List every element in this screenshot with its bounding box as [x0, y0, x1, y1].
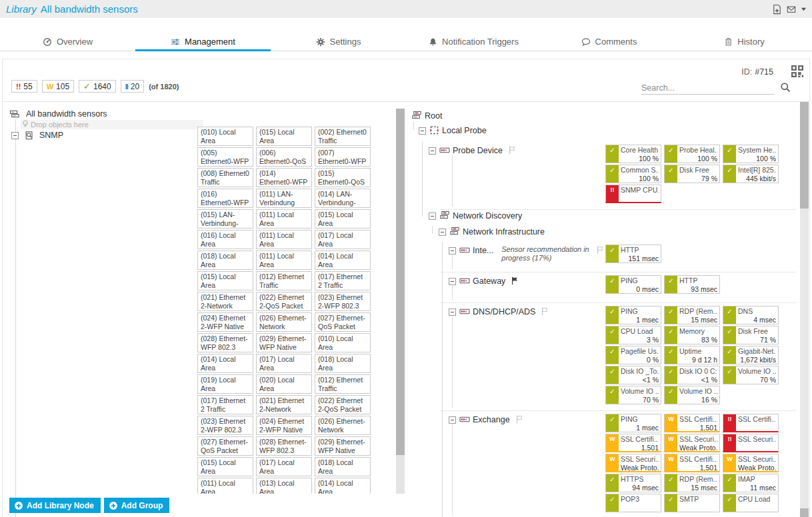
sensor-probe-heal[interactable]: ✓Probe Heal...100 %: [664, 145, 720, 163]
sensor-volume-io[interactable]: ✓Volume IO ...16 %: [664, 386, 720, 404]
library-sensor-cell[interactable]: (022) Ethernet 2-QoS Packet: [315, 395, 371, 414]
library-sensor-cell[interactable]: (017) Local Area: [315, 230, 371, 249]
library-sensor-cell[interactable]: (019) Local Area: [197, 374, 253, 394]
add-group-button[interactable]: Add Group: [104, 498, 170, 513]
sensor-intel-r-825[interactable]: ✓Intel[R] 825...445 kbit/s: [723, 165, 779, 183]
tab-management[interactable]: Management: [135, 33, 271, 51]
library-sensor-cell[interactable]: (011) Local Area: [256, 251, 312, 270]
search-icon[interactable]: [780, 82, 791, 95]
library-sensor-cell[interactable]: (010) Local Area: [315, 333, 371, 352]
library-sensor-cell[interactable]: (012) Ethernet Traffic: [315, 374, 371, 394]
library-sensor-cell[interactable]: (015) Ethernet0-QoS Packet: [315, 168, 371, 187]
priority-flag-icon[interactable]: [515, 414, 525, 424]
add-library-node-button[interactable]: Add Library Node: [9, 498, 101, 513]
badge-ok[interactable]: ✓1640: [79, 80, 116, 93]
qr-code-icon[interactable]: [791, 65, 803, 77]
library-sensor-cell[interactable]: (006) Ethernet0-QoS Packet: [256, 147, 312, 167]
sensor-ssl-securi[interactable]: WSSL Securi...Weak Proto...: [605, 454, 661, 472]
node-label[interactable]: Inte...: [473, 245, 493, 257]
sensor-smtp[interactable]: ✓SMTP: [664, 494, 720, 512]
sensor-dns[interactable]: ✓DNS4 msec: [723, 306, 779, 324]
drop-target[interactable]: Drop objects here: [21, 120, 203, 129]
sensor-pop3[interactable]: ✓POP3: [605, 494, 661, 512]
sensor-pagefile-us[interactable]: ✓Pagefile Us...0 %: [605, 346, 661, 364]
library-sensor-cell[interactable]: (014) Local Area: [315, 478, 371, 494]
sensor-volume-io[interactable]: ✓Volume IO ...70 %: [605, 386, 661, 404]
left-scrollbar-thumb[interactable]: [396, 109, 405, 455]
sensor-cpu-load[interactable]: ✓CPU Load: [723, 494, 779, 512]
library-sensor-cell[interactable]: (005) Ethernet0-WFP Native: [197, 147, 253, 167]
library-sensor-cell[interactable]: (008) Ethernet0 Traffic: [197, 168, 253, 187]
sensor-imap[interactable]: ✓IMAP11 msec: [723, 474, 779, 492]
library-sensor-cell[interactable]: (015) Local Area: [197, 271, 253, 290]
node-label[interactable]: Exchange: [473, 414, 510, 426]
badge-paused[interactable]: II20: [121, 80, 144, 93]
sensor-ssl-certifi[interactable]: WSSL Certifi...1,501: [664, 414, 720, 432]
sensor-ping[interactable]: ✓PING1 msec: [605, 306, 661, 324]
sensor-system-he[interactable]: ✓System He...100 %: [723, 145, 779, 163]
collapse-toggle[interactable]: [449, 416, 456, 424]
sensor-ping[interactable]: ✓PING0 msec: [605, 275, 661, 294]
library-sensor-cell[interactable]: (017) Ethernet 2 Traffic: [197, 395, 253, 414]
sensor-http[interactable]: ✓HTTP93 msec: [664, 275, 720, 294]
sensor-rdp-rem[interactable]: ✓RDP (Rem...15 msec: [664, 474, 720, 492]
sensor-core-health[interactable]: ✓Core Health100 %: [605, 145, 661, 163]
tab-settings[interactable]: Settings: [271, 33, 406, 51]
sensor-snmp-cpu[interactable]: !!SNMP CPU...: [605, 185, 661, 203]
sensor-disk-io-0-c[interactable]: ✓Disk IO 0 C:<1 %: [664, 366, 720, 384]
sensor-ping[interactable]: ✓PING1 msec: [605, 414, 661, 432]
sensor-ssl-securi[interactable]: WSSL Securi...Weak Proto...: [664, 434, 720, 452]
sensor-volume-io[interactable]: ✓Volume IO ...70 %: [723, 366, 779, 384]
sensor-uptime[interactable]: ✓Uptime9 d 12 h: [664, 346, 720, 364]
library-sensor-cell[interactable]: (018) Local Area: [315, 457, 371, 476]
library-sensor-cell[interactable]: (021) Ethernet 2-Network: [256, 395, 312, 414]
library-sensor-cell[interactable]: (024) Ethernet 2-WFP Native: [256, 416, 312, 435]
sensor-gigabit-net[interactable]: ✓Gigabit-Net...1,672 kbit/s: [723, 346, 779, 364]
library-sensor-cell[interactable]: (018) Local Area: [197, 251, 253, 270]
collapse-toggle[interactable]: [449, 308, 456, 316]
node-label[interactable]: Gateway: [473, 276, 505, 287]
library-sensor-cell[interactable]: (012) Ethernet Traffic: [256, 271, 312, 290]
collapse-toggle[interactable]: [11, 132, 19, 139]
library-sensor-cell[interactable]: (014) Local Area: [315, 251, 371, 270]
node-label[interactable]: DNS/DHCP/ADS: [473, 306, 535, 318]
caret-down-icon[interactable]: [801, 6, 807, 12]
library-sensor-cell[interactable]: (021) Ethernet 2-Network: [197, 292, 253, 311]
sensor-disk-free[interactable]: ✓Disk Free71 %: [723, 326, 779, 344]
collapse-toggle[interactable]: [449, 247, 456, 255]
tab-notification-triggers[interactable]: Notification Triggers: [406, 33, 541, 51]
library-sensor-cell[interactable]: (029) Ethernet-WFP Native: [256, 333, 312, 352]
library-sensor-cell[interactable]: (020) Local Area: [256, 374, 312, 394]
node-label[interactable]: Network Discovery: [453, 211, 522, 222]
badge-error[interactable]: !!55: [11, 80, 37, 93]
library-sensor-cell[interactable]: (028) Ethernet-WFP 802.3: [197, 333, 253, 352]
sensor-ssl-certifi[interactable]: WSSL Certifi...1,501: [664, 454, 720, 472]
library-sensor-cell[interactable]: (010) Local Area: [197, 127, 253, 146]
sensor-disk-io-to[interactable]: ✓Disk IO _To...<1 %: [605, 366, 661, 384]
library-sensor-cell[interactable]: (014) Local Area: [197, 354, 253, 373]
library-sensor-cell[interactable]: (023) Ethernet 2-WFP 802.3: [197, 416, 253, 435]
library-sensor-cell[interactable]: (024) Ethernet 2-WFP Native: [197, 312, 253, 332]
library-sensor-cell[interactable]: (011) Local Area: [197, 478, 253, 494]
left-scrollbar[interactable]: [396, 109, 405, 494]
library-sensor-cell[interactable]: (016) Ethernet0-WFP 802.3: [197, 189, 253, 208]
collapse-toggle[interactable]: [449, 278, 456, 285]
library-sensor-cell[interactable]: (026) Ethernet-Network: [256, 312, 312, 332]
collapse-toggle[interactable]: [429, 213, 436, 220]
node-label[interactable]: Root: [425, 111, 442, 122]
library-sensor-cell[interactable]: (026) Ethernet-Network: [315, 416, 371, 435]
library-sensor-cell[interactable]: (027) Ethernet-QoS Packet: [315, 312, 371, 332]
priority-flag-icon[interactable]: [508, 145, 517, 155]
sensor-rdp-rem[interactable]: ✓RDP (Rem...15 msec: [664, 306, 720, 324]
library-sensor-cell[interactable]: (011) Local Area: [256, 230, 312, 249]
library-sensor-cell[interactable]: (013) Local Area: [256, 478, 312, 494]
node-label[interactable]: Network Infrastructure: [463, 227, 545, 238]
library-sensor-cell[interactable]: (015) Local Area: [197, 457, 253, 476]
library-node-snmp[interactable]: SNMP: [11, 130, 63, 141]
sensor-ssl-securi[interactable]: WSSL Securi...Weak Proto...: [723, 454, 779, 472]
library-sensor-cell[interactable]: (017) Ethernet 2 Traffic: [315, 271, 371, 290]
priority-flag-icon[interactable]: [541, 306, 550, 316]
collapse-toggle[interactable]: [429, 147, 436, 155]
library-sensor-cell[interactable]: (022) Ethernet 2-QoS Packet: [256, 292, 312, 311]
library-sensor-cell[interactable]: (017) Local Area: [256, 457, 312, 476]
